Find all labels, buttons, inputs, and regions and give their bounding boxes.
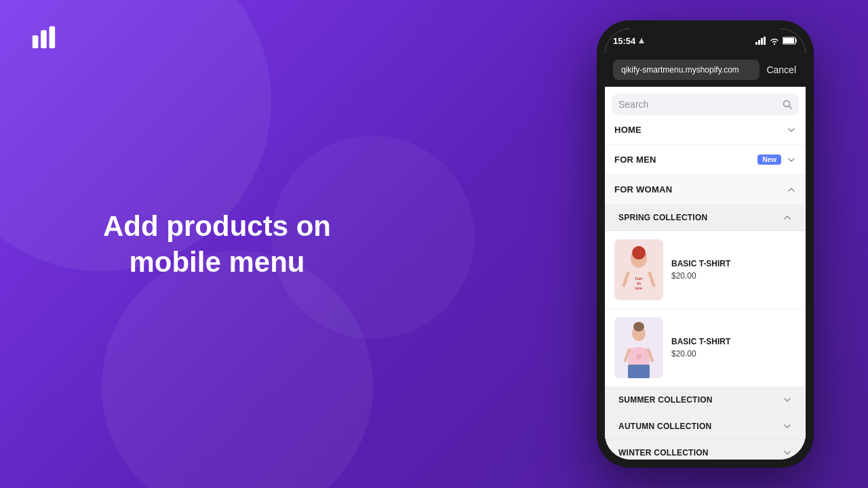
url-text: qikify-smartmenu.myshopify.com xyxy=(621,65,739,75)
logo xyxy=(30,24,57,52)
chevron-up-icon xyxy=(787,185,796,195)
svg-point-22 xyxy=(636,354,642,359)
svg-rect-1 xyxy=(41,30,47,49)
menu-item-home-label: HOME xyxy=(614,125,787,135)
svg-rect-6 xyxy=(761,38,763,45)
phone-mockup: 15:54 xyxy=(597,20,814,468)
battery-icon xyxy=(783,37,797,45)
sub-item-spring[interactable]: SPRING COLLECTION xyxy=(605,205,806,231)
signal-icon xyxy=(755,37,766,45)
menu-content: Search HOME xyxy=(605,87,806,460)
menu-list: HOME FOR MEN New xyxy=(605,115,806,460)
chevron-down-icon xyxy=(787,155,796,165)
product-price-2: $20.00 xyxy=(671,349,730,359)
headline: Add products on mobile menu xyxy=(75,209,359,280)
sub-item-summer-label: SUMMER COLLECTION xyxy=(618,395,783,405)
status-time: 15:54 xyxy=(613,36,645,46)
sub-item-winter[interactable]: WINTER COLLECTION xyxy=(605,440,806,460)
menu-item-for-woman-label: FOR WOMAN xyxy=(614,184,787,195)
menu-item-for-woman[interactable]: FOR WOMAN xyxy=(605,175,806,205)
product-img-2 xyxy=(614,317,663,378)
product-card-2[interactable]: BASIC T-SHIRT $20.00 xyxy=(605,309,806,387)
svg-point-20 xyxy=(633,322,644,331)
product-info-1: BASIC T-SHIRT $20.00 xyxy=(671,259,730,281)
chevron-down-icon xyxy=(783,422,792,431)
search-icon xyxy=(783,100,792,109)
sub-item-winter-label: WINTER COLLECTION xyxy=(618,448,783,458)
svg-rect-2 xyxy=(50,26,56,48)
sub-item-spring-label: SPRING COLLECTION xyxy=(618,213,783,222)
menu-item-for-men[interactable]: FOR MEN New xyxy=(605,145,806,175)
svg-marker-3 xyxy=(639,38,644,43)
status-icons xyxy=(755,37,797,45)
menu-item-home[interactable]: HOME xyxy=(605,115,806,145)
svg-point-14 xyxy=(632,246,646,260)
product-name-1: BASIC T-SHIRT xyxy=(671,259,730,268)
headline-text: Add products on mobile menu xyxy=(103,210,331,278)
svg-rect-0 xyxy=(33,35,39,48)
logo-icon xyxy=(30,24,57,52)
products-area: Clair de lune. BASIC T-SHI xyxy=(605,231,806,387)
chevron-down-icon xyxy=(783,448,792,458)
svg-rect-7 xyxy=(764,37,766,45)
status-bar: 15:54 xyxy=(613,31,797,50)
svg-line-11 xyxy=(789,106,792,109)
new-badge: New xyxy=(757,155,781,165)
wifi-icon xyxy=(770,37,779,45)
svg-rect-4 xyxy=(755,42,757,45)
cancel-button[interactable]: Cancel xyxy=(765,62,797,78)
product-info-2: BASIC T-SHIRT $20.00 xyxy=(671,337,730,359)
product-name-2: BASIC T-SHIRT xyxy=(671,337,730,346)
product-card-1[interactable]: Clair de lune. BASIC T-SHI xyxy=(605,231,806,309)
phone-screen: qikify-smartmenu.myshopify.com Cancel Se… xyxy=(605,28,806,460)
phone-body: 15:54 xyxy=(597,20,814,468)
product-price-1: $20.00 xyxy=(671,271,730,281)
sub-item-autumn[interactable]: AUTUMN COLLECTION xyxy=(605,413,806,440)
chevron-down-icon xyxy=(787,125,796,135)
svg-rect-23 xyxy=(628,365,650,378)
menu-item-for-men-label: FOR MEN xyxy=(614,155,757,165)
svg-text:Clair: Clair xyxy=(635,277,642,281)
svg-text:lune.: lune. xyxy=(635,286,643,290)
svg-rect-5 xyxy=(758,40,760,45)
search-placeholder: Search xyxy=(618,99,778,110)
search-bar[interactable]: Search xyxy=(612,94,799,115)
product-img-1: Clair de lune. xyxy=(614,239,663,300)
sub-section-spring: SPRING COLLECTION xyxy=(605,205,806,460)
svg-rect-9 xyxy=(783,38,794,43)
chevron-up-icon xyxy=(783,213,792,222)
sub-item-summer[interactable]: SUMMER COLLECTION xyxy=(605,387,806,413)
sub-item-autumn-label: AUTUMN COLLECTION xyxy=(618,422,783,431)
svg-text:de: de xyxy=(637,281,641,285)
chevron-down-icon xyxy=(783,395,792,405)
url-bar[interactable]: qikify-smartmenu.myshopify.com xyxy=(613,60,760,80)
